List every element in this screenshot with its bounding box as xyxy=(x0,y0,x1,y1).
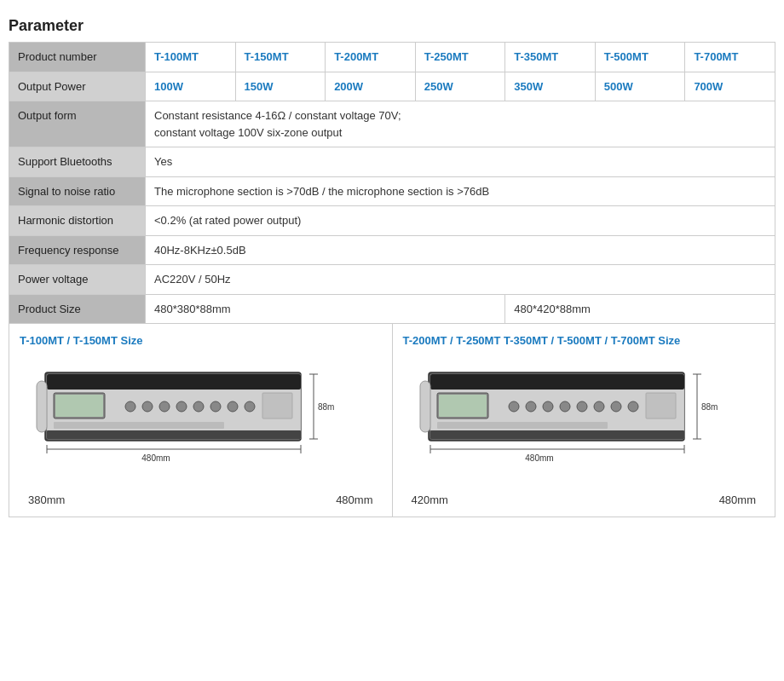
row-label: Harmonic distortion xyxy=(9,206,146,236)
row-value: <0.2% (at rated power output) xyxy=(146,206,775,236)
svg-point-31 xyxy=(526,401,536,412)
svg-text:88mm: 88mm xyxy=(318,402,335,412)
table-row: Output Power100W150W200W250W350W500W700W xyxy=(9,72,775,101)
svg-rect-2 xyxy=(47,374,301,390)
row-value: The microphone section is >70dB / the mi… xyxy=(146,176,775,206)
svg-text:480mm: 480mm xyxy=(525,453,553,463)
size-title-small: T-100MT / T-150MT Size xyxy=(20,334,382,347)
depth-label-large: 420mm xyxy=(412,493,448,506)
width-label-small: 480mm xyxy=(336,493,372,506)
svg-rect-40 xyxy=(420,381,430,432)
svg-point-33 xyxy=(560,401,570,412)
row-cell: 200W xyxy=(326,72,416,101)
table-row: Output formConstant resistance 4-16Ω / c… xyxy=(9,101,775,147)
width-label-large: 480mm xyxy=(719,493,756,506)
svg-point-35 xyxy=(594,401,604,412)
svg-point-5 xyxy=(125,401,135,412)
svg-rect-15 xyxy=(37,381,47,432)
row-cell: T-250MT xyxy=(415,43,505,72)
svg-rect-38 xyxy=(646,393,676,418)
svg-rect-27 xyxy=(430,374,684,390)
table-row: Product Size480*380*88mm480*420*88mm xyxy=(9,294,775,324)
svg-point-8 xyxy=(176,401,187,412)
page-title: Parameter xyxy=(9,17,775,35)
row-cell: 700W xyxy=(685,72,775,101)
row-value: Constant resistance 4-16Ω / constant vol… xyxy=(146,101,775,147)
svg-rect-29 xyxy=(439,395,487,417)
table-row: Power voltageAC220V / 50Hz xyxy=(9,265,775,295)
device-image-small: 88mm 480mm xyxy=(20,355,382,492)
svg-point-11 xyxy=(228,401,238,412)
svg-point-36 xyxy=(611,401,621,412)
size-title-large: T-200MT / T-250MT T-350MT / T-500MT / T-… xyxy=(403,334,765,347)
table-row: Support BluetoothsYes xyxy=(9,147,775,177)
row-cell: T-150MT xyxy=(235,43,326,72)
svg-rect-14 xyxy=(54,422,224,429)
depth-label-small: 380mm xyxy=(28,493,65,506)
svg-text:88mm: 88mm xyxy=(701,402,718,412)
row-cell: T-350MT xyxy=(505,43,596,72)
svg-point-30 xyxy=(509,401,519,412)
svg-point-37 xyxy=(628,401,638,412)
svg-rect-39 xyxy=(437,422,608,429)
svg-rect-4 xyxy=(55,395,103,417)
row-label: Product number xyxy=(9,43,146,72)
svg-point-10 xyxy=(210,401,221,412)
row-value: AC220V / 50Hz xyxy=(146,265,775,295)
svg-point-6 xyxy=(142,401,153,412)
parameter-table: Product numberT-100MTT-150MTT-200MTT-250… xyxy=(9,42,775,324)
svg-point-7 xyxy=(159,401,170,412)
row-value: Yes xyxy=(146,147,775,177)
svg-point-9 xyxy=(193,401,204,412)
size-section: T-100MT / T-150MT Size xyxy=(9,324,775,517)
device-image-large: 88mm 480mm xyxy=(403,355,765,492)
table-row: Product numberT-100MTT-150MTT-200MTT-250… xyxy=(9,43,775,72)
table-row: Signal to noise ratioThe microphone sect… xyxy=(9,176,775,206)
table-row: Frequency response40Hz-8KHz±0.5dB xyxy=(9,235,775,265)
row-label: Support Bluetooths xyxy=(9,147,146,177)
row-label: Product Size xyxy=(9,294,146,324)
row-cell: 150W xyxy=(235,72,326,101)
row-cell: T-200MT xyxy=(326,43,416,72)
row-cell: 100W xyxy=(146,72,236,101)
row-value-1: 480*380*88mm xyxy=(146,294,505,324)
svg-point-32 xyxy=(543,401,553,412)
row-cell: 250W xyxy=(415,72,505,101)
row-label: Frequency response xyxy=(9,235,146,265)
size-box-large: T-200MT / T-250MT T-350MT / T-500MT / T-… xyxy=(393,324,775,517)
row-cell: T-100MT xyxy=(146,43,236,72)
table-row: Harmonic distortion<0.2% (at rated power… xyxy=(9,206,775,236)
row-cell: 350W xyxy=(505,72,596,101)
svg-rect-41 xyxy=(430,430,684,439)
row-value-2: 480*420*88mm xyxy=(505,294,775,324)
svg-point-12 xyxy=(245,401,255,412)
row-cell: T-500MT xyxy=(595,43,685,72)
svg-rect-13 xyxy=(262,393,292,418)
row-value: 40Hz-8KHz±0.5dB xyxy=(146,235,775,265)
row-label: Output form xyxy=(9,101,146,147)
svg-rect-16 xyxy=(47,430,301,439)
size-box-small: T-100MT / T-150MT Size xyxy=(9,324,393,517)
row-cell: 500W xyxy=(595,72,685,101)
svg-point-34 xyxy=(577,401,587,412)
svg-text:480mm: 480mm xyxy=(141,453,170,463)
row-label: Power voltage xyxy=(9,265,146,295)
row-label: Output Power xyxy=(9,72,146,101)
row-cell: T-700MT xyxy=(685,43,775,72)
row-label: Signal to noise ratio xyxy=(9,176,146,206)
